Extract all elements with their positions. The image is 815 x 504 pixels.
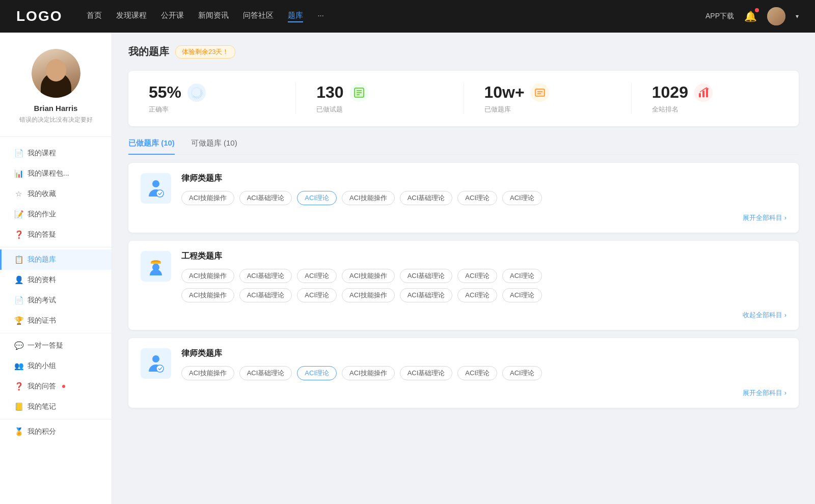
svg-point-20 bbox=[152, 355, 159, 362]
qb3-tag-5[interactable]: ACI理论 bbox=[457, 366, 497, 380]
qb3-tag-1[interactable]: ACI基础理论 bbox=[239, 366, 292, 380]
qbank-card-2: 工程类题库 ACI技能操作 ACI基础理论 ACI理论 ACI技能操作 ACI基… bbox=[128, 241, 799, 330]
qbank-card-1: 律师类题库 ACI技能操作 ACI基础理论 ACI理论 ACI技能操作 ACI基… bbox=[128, 163, 799, 233]
svg-point-21 bbox=[156, 365, 164, 372]
stat-done-questions: 130 已做试题 bbox=[296, 83, 464, 114]
qbank-icon-1 bbox=[141, 173, 171, 204]
qb2-tag-r1-1[interactable]: ACI基础理论 bbox=[239, 269, 292, 283]
qb2-tag-r1-2[interactable]: ACI理论 bbox=[297, 269, 337, 283]
favorites-icon: ☆ bbox=[14, 189, 22, 199]
qbank-header-1: 律师类题库 ACI技能操作 ACI基础理论 ACI理论 ACI技能操作 ACI基… bbox=[141, 173, 786, 205]
menu-homework-label: 我的作业 bbox=[28, 210, 56, 219]
qb2-tag-r1-0[interactable]: ACI技能操作 bbox=[181, 269, 234, 283]
menu-tutoring[interactable]: 💬 一对一答疑 bbox=[0, 335, 112, 356]
qbank-tags-1: ACI技能操作 ACI基础理论 ACI理论 ACI技能操作 ACI基础理论 AC… bbox=[181, 191, 786, 205]
menu-exam[interactable]: 📄 我的考试 bbox=[0, 290, 112, 311]
menu-homework[interactable]: 📝 我的作业 bbox=[0, 204, 112, 225]
qb1-tag-5[interactable]: ACI理论 bbox=[457, 191, 497, 205]
profile-avatar bbox=[32, 49, 80, 98]
qb2-tag-r2-2[interactable]: ACI理论 bbox=[297, 288, 337, 302]
menu-my-qa-label: 我的问答 bbox=[28, 382, 56, 391]
menu-my-courses[interactable]: 📄 我的课程 bbox=[0, 143, 112, 163]
qb3-expand-link[interactable]: 展开全部科目 › bbox=[141, 388, 786, 398]
nav-item-home[interactable]: 首页 bbox=[87, 11, 102, 22]
qb2-tag-r2-1[interactable]: ACI基础理论 bbox=[239, 288, 292, 302]
svg-rect-18 bbox=[151, 262, 161, 264]
qb2-tag-r2-0[interactable]: ACI技能操作 bbox=[181, 288, 234, 302]
bell-badge bbox=[755, 8, 759, 12]
nav-item-discover[interactable]: 发现课程 bbox=[116, 11, 147, 22]
qb1-expand-link[interactable]: 展开全部科目 › bbox=[141, 213, 786, 222]
profile-icon: 👤 bbox=[14, 275, 22, 285]
tab-available[interactable]: 可做题库 (10) bbox=[191, 138, 237, 154]
menu-my-qa[interactable]: ❓ 我的问答 bbox=[0, 376, 112, 397]
stat-accuracy-value: 55% bbox=[149, 83, 181, 102]
menu-course-package[interactable]: 📊 我的课程包... bbox=[0, 163, 112, 184]
nav-app-download[interactable]: APP下载 bbox=[705, 12, 734, 21]
menu-certificate[interactable]: 🏆 我的证书 bbox=[0, 311, 112, 331]
qbank-tags-2-row2: ACI技能操作 ACI基础理论 ACI理论 ACI技能操作 ACI基础理论 AC… bbox=[181, 288, 786, 302]
qb2-tag-r1-3[interactable]: ACI技能操作 bbox=[342, 269, 395, 283]
qb2-collapse-label: 收起全部科目 › bbox=[743, 311, 786, 320]
notes-icon: 📒 bbox=[14, 402, 22, 411]
certificate-icon: 🏆 bbox=[14, 316, 22, 325]
qbank-title-3: 律师类题库 bbox=[181, 348, 786, 359]
nav-right: APP下载 🔔 ▾ bbox=[705, 7, 799, 25]
menu-divider-1 bbox=[0, 247, 112, 247]
menu-points[interactable]: 🏅 我的积分 bbox=[0, 422, 112, 442]
stats-bar: 55% 正确率 130 bbox=[128, 71, 799, 126]
nav-item-more[interactable]: ··· bbox=[317, 11, 324, 22]
stat-row-accuracy: 55% bbox=[149, 83, 206, 102]
page-title: 我的题库 bbox=[128, 45, 169, 59]
qb3-tag-2[interactable]: ACI理论 bbox=[297, 366, 337, 380]
points-icon: 🏅 bbox=[14, 427, 22, 436]
nav-bell-icon[interactable]: 🔔 bbox=[744, 10, 757, 22]
qb1-tag-3[interactable]: ACI技能操作 bbox=[342, 191, 395, 205]
menu-questions[interactable]: ❓ 我的答疑 bbox=[0, 225, 112, 245]
menu-profile[interactable]: 👤 我的资料 bbox=[0, 270, 112, 290]
tab-bar: 已做题库 (10) 可做题库 (10) bbox=[128, 138, 799, 155]
nav-item-qa[interactable]: 问答社区 bbox=[243, 11, 274, 22]
qbank-icon-2 bbox=[141, 251, 171, 282]
main-layout: Brian Harris 错误的决定比没有决定要好 📄 我的课程 📊 我的课程包… bbox=[0, 33, 815, 504]
qb2-collapse-link[interactable]: 收起全部科目 › bbox=[141, 311, 786, 320]
qb1-tag-2[interactable]: ACI理论 bbox=[297, 191, 337, 205]
qb3-tag-6[interactable]: ACI理论 bbox=[502, 366, 542, 380]
svg-rect-13 bbox=[706, 89, 708, 97]
qb1-tag-0[interactable]: ACI技能操作 bbox=[181, 191, 234, 205]
menu-favorites[interactable]: ☆ 我的收藏 bbox=[0, 184, 112, 204]
qb2-tag-r2-4[interactable]: ACI基础理论 bbox=[400, 288, 453, 302]
navbar: LOGO 首页 发现课程 公开课 新闻资讯 问答社区 题库 ··· APP下载 … bbox=[0, 0, 815, 33]
nav-item-qbank[interactable]: 题库 bbox=[288, 11, 303, 22]
nav-item-open-course[interactable]: 公开课 bbox=[161, 11, 184, 22]
tab-done[interactable]: 已做题库 (10) bbox=[128, 138, 175, 154]
nav-logo: LOGO bbox=[16, 8, 62, 24]
qb3-tag-0[interactable]: ACI技能操作 bbox=[181, 366, 234, 380]
menu-profile-label: 我的资料 bbox=[28, 275, 56, 285]
menu-exam-label: 我的考试 bbox=[28, 296, 56, 305]
qb2-tag-r2-5[interactable]: ACI理论 bbox=[457, 288, 497, 302]
avatar-image bbox=[767, 7, 785, 25]
qbank-icon: 📋 bbox=[14, 255, 22, 264]
courses-icon: 📄 bbox=[14, 149, 22, 158]
qb3-tag-3[interactable]: ACI技能操作 bbox=[342, 366, 395, 380]
qa-red-dot bbox=[62, 385, 65, 388]
stat-accuracy: 55% 正确率 bbox=[128, 83, 296, 114]
menu-group[interactable]: 👥 我的小组 bbox=[0, 356, 112, 376]
nav-item-news[interactable]: 新闻资讯 bbox=[198, 11, 229, 22]
menu-notes[interactable]: 📒 我的笔记 bbox=[0, 397, 112, 417]
qbank-list: 律师类题库 ACI技能操作 ACI基础理论 ACI理论 ACI技能操作 ACI基… bbox=[128, 163, 799, 408]
qb1-tag-1[interactable]: ACI基础理论 bbox=[239, 191, 292, 205]
trial-badge: 体验剩余23天！ bbox=[175, 45, 235, 59]
menu-qbank[interactable]: 📋 我的题库 bbox=[0, 249, 112, 270]
qb2-tag-r2-6[interactable]: ACI理论 bbox=[502, 288, 542, 302]
qb2-tag-r1-6[interactable]: ACI理论 bbox=[502, 269, 542, 283]
qb2-tag-r2-3[interactable]: ACI技能操作 bbox=[342, 288, 395, 302]
qb1-tag-4[interactable]: ACI基础理论 bbox=[400, 191, 453, 205]
nav-avatar[interactable] bbox=[767, 7, 785, 25]
nav-dropdown-arrow[interactable]: ▾ bbox=[796, 13, 799, 20]
qb1-tag-6[interactable]: ACI理论 bbox=[502, 191, 542, 205]
qb3-tag-4[interactable]: ACI基础理论 bbox=[400, 366, 453, 380]
qb2-tag-r1-5[interactable]: ACI理论 bbox=[457, 269, 497, 283]
qb2-tag-r1-4[interactable]: ACI基础理论 bbox=[400, 269, 453, 283]
